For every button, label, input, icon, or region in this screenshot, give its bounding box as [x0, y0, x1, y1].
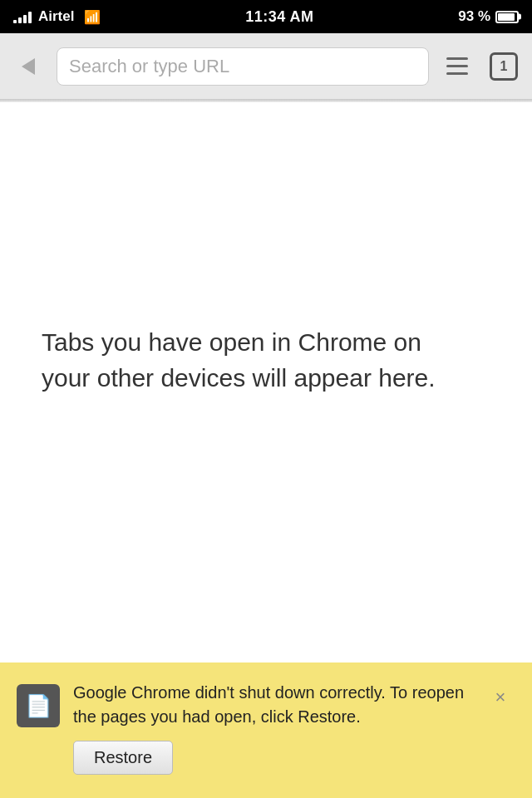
battery-percent: 93 % — [458, 8, 490, 25]
back-button[interactable] — [10, 48, 47, 85]
tabs-button[interactable]: 1 — [485, 48, 522, 85]
back-arrow-icon — [22, 58, 35, 75]
signal-bar-2 — [18, 17, 22, 23]
url-search-bar[interactable]: Search or type URL — [57, 47, 429, 86]
battery-icon — [495, 11, 519, 23]
menu-line-2 — [446, 65, 468, 67]
main-content: Tabs you have open in Chrome on your oth… — [0, 102, 532, 618]
restore-button[interactable]: Restore — [73, 741, 173, 775]
menu-line-1 — [446, 57, 468, 60]
status-right: 93 % — [458, 8, 519, 25]
status-time: 11:34 AM — [245, 8, 313, 26]
search-placeholder: Search or type URL — [69, 56, 229, 77]
other-devices-info-text: Tabs you have open in Chrome on your oth… — [42, 324, 474, 397]
carrier-name: Airtel — [38, 8, 74, 25]
crash-icon-symbol: 📄 — [25, 693, 52, 719]
signal-bar-4 — [28, 12, 32, 23]
tabs-icon: 1 — [490, 52, 518, 81]
signal-bars-icon — [13, 10, 32, 23]
wifi-icon: 📶 — [84, 9, 101, 25]
battery-body — [495, 11, 519, 23]
menu-button[interactable] — [439, 48, 475, 85]
menu-line-3 — [446, 72, 468, 75]
notification-content: Google Chrome didn't shut down correctly… — [73, 681, 472, 775]
close-notification-button[interactable]: × — [485, 682, 515, 712]
signal-bar-3 — [23, 15, 27, 23]
signal-bar-1 — [13, 20, 17, 23]
browser-bar: Search or type URL 1 — [0, 33, 532, 100]
notification-message: Google Chrome didn't shut down correctly… — [73, 681, 472, 729]
tabs-count: 1 — [500, 59, 508, 74]
crash-icon: 📄 — [17, 684, 60, 727]
battery-fill — [498, 13, 515, 21]
crash-notification-banner: 📄 Google Chrome didn't shut down correct… — [0, 663, 532, 798]
status-left: Airtel 📶 — [13, 8, 101, 25]
status-bar: Airtel 📶 11:34 AM 93 % — [0, 0, 532, 33]
